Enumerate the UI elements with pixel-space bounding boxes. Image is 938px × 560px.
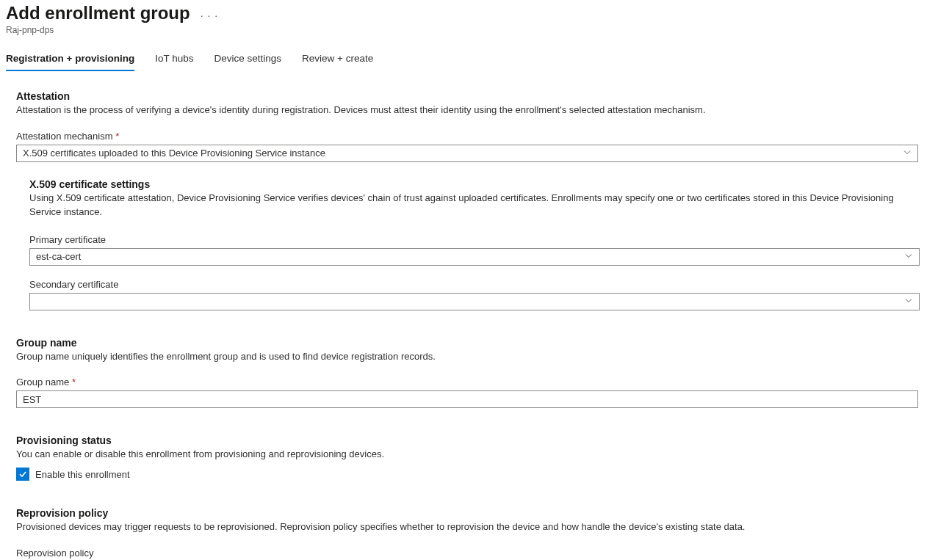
required-star-icon: * <box>115 131 119 142</box>
primary-certificate-value: est-ca-cert <box>36 251 81 262</box>
attestation-mechanism-dropdown[interactable]: X.509 certificates uploaded to this Devi… <box>16 145 918 162</box>
attestation-heading: Attestation <box>16 90 928 102</box>
required-star-icon: * <box>72 377 76 388</box>
chevron-down-icon <box>903 148 912 159</box>
attestation-description: Attestation is the process of verifying … <box>16 103 928 117</box>
attestation-mechanism-label: Attestation mechanism * <box>16 131 928 142</box>
group-name-input[interactable] <box>23 394 912 405</box>
chevron-down-icon <box>904 296 913 307</box>
tab-bar: Registration + provisioning IoT hubs Dev… <box>6 48 938 71</box>
tab-registration-provisioning[interactable]: Registration + provisioning <box>6 48 134 71</box>
reprovision-policy-description: Provisioned devices may trigger requests… <box>16 520 928 534</box>
tab-review-create[interactable]: Review + create <box>302 48 373 71</box>
chevron-down-icon <box>904 251 913 262</box>
page-subtitle: Raj-pnp-dps <box>6 25 938 35</box>
primary-certificate-dropdown[interactable]: est-ca-cert <box>29 248 920 266</box>
x509-heading: X.509 certificate settings <box>29 178 928 190</box>
page-title: Add enrollment group <box>6 3 190 23</box>
enable-enrollment-label: Enable this enrollment <box>35 469 130 480</box>
group-name-label: Group name * <box>16 377 928 388</box>
provisioning-status-heading: Provisioning status <box>16 434 928 446</box>
provisioning-status-description: You can enable or disable this enrollmen… <box>16 448 928 462</box>
secondary-certificate-label: Secondary certificate <box>29 279 928 290</box>
group-name-description: Group name uniquely identifies the enrol… <box>16 350 928 364</box>
group-name-input-wrapper <box>16 390 918 408</box>
enable-enrollment-checkbox[interactable] <box>16 468 29 481</box>
x509-description: Using X.509 certificate attestation, Dev… <box>29 192 928 219</box>
reprovision-policy-heading: Reprovision policy <box>16 507 928 519</box>
tab-iot-hubs[interactable]: IoT hubs <box>155 48 193 71</box>
attestation-mechanism-value: X.509 certificates uploaded to this Devi… <box>23 148 325 159</box>
reprovision-policy-label: Reprovision policy <box>16 548 928 559</box>
group-name-heading: Group name <box>16 337 928 349</box>
more-icon[interactable]: · · · <box>201 5 218 21</box>
secondary-certificate-dropdown[interactable] <box>29 293 920 310</box>
tab-device-settings[interactable]: Device settings <box>214 48 281 71</box>
primary-certificate-label: Primary certificate <box>29 234 928 245</box>
